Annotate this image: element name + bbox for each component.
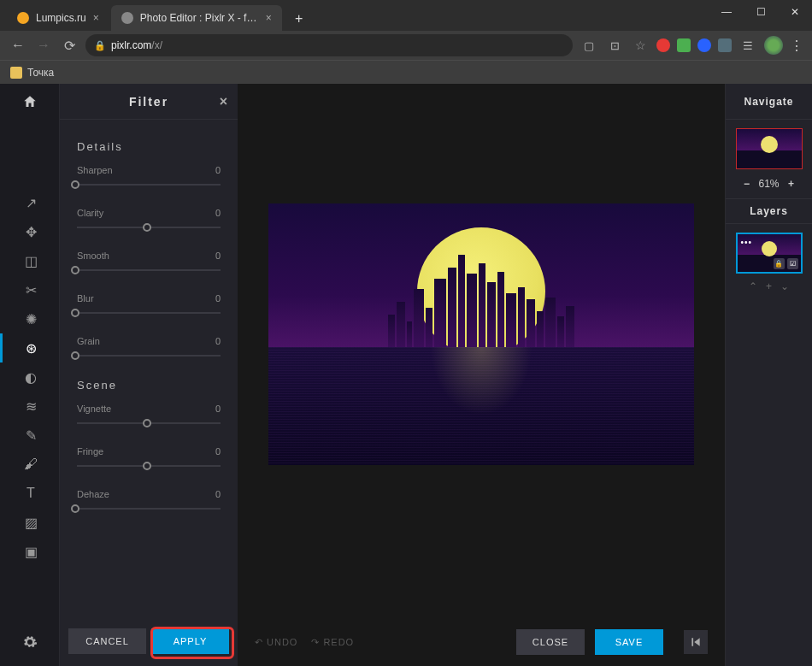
slider-track[interactable] [77,264,221,276]
section-title-scene: Scene [77,379,221,392]
layer-up-button[interactable]: ⌃ [749,280,757,292]
pixlr-app: ↗✥◫✂✺⊛◐≋✎🖌T▨▣ Filter × Details Sharpen0C… [0,84,812,666]
undo-icon: ↶ [255,637,263,648]
slider-label: Sharpen [77,165,113,175]
liquify-tool[interactable]: ◐ [0,362,59,392]
canvas-stage[interactable] [238,84,725,618]
slider-thumb[interactable] [143,223,151,232]
ext-icon[interactable] [677,38,691,52]
cancel-button[interactable]: CANCEL [68,628,146,654]
crop-tool[interactable]: ◫ [0,246,59,275]
slider-thumb[interactable] [71,351,79,360]
cut-tool[interactable]: ✂ [0,275,59,304]
slider-track[interactable] [77,307,221,319]
redo-button[interactable]: ↷REDO [311,637,354,648]
forward-button[interactable]: → [34,36,53,55]
visibility-icon[interactable]: ☑ [787,258,798,269]
slider-sharpen: Sharpen0 [77,165,221,191]
close-window-button[interactable]: ✕ [778,0,812,24]
translate-icon[interactable]: ⊡ [605,36,624,55]
panel-footer: CANCEL APPLY [60,620,238,666]
slider-track[interactable] [77,503,221,515]
slider-thumb[interactable] [71,504,79,513]
save-button[interactable]: SAVE [595,629,663,655]
slider-track[interactable] [77,221,221,233]
reload-button[interactable]: ⟳ [60,36,79,55]
back-button[interactable]: ← [9,36,27,55]
minimize-button[interactable]: — [709,0,744,24]
slider-blur: Blur0 [77,293,221,319]
layer-down-button[interactable]: ⌄ [780,280,789,292]
slider-dehaze: Dehaze0 [77,489,221,515]
adjust-tool[interactable]: ✺ [0,304,59,333]
ext-icon[interactable] [718,38,732,52]
brush-tool[interactable]: 🖌 [0,450,59,479]
bookmark-label: Точка [27,67,54,79]
close-icon[interactable]: × [266,12,272,24]
undo-button[interactable]: ↶UNDO [255,637,297,648]
zoom-in-button[interactable]: + [785,178,798,190]
retouch-tool[interactable]: ≋ [0,392,59,421]
settings-button[interactable] [0,618,59,666]
maximize-button[interactable]: ☐ [744,0,778,24]
bookmark-item[interactable]: Точка [10,67,54,79]
profile-avatar[interactable] [764,36,783,55]
slider-thumb[interactable] [143,462,151,470]
slider-track[interactable] [77,460,221,472]
move-tool[interactable]: ✥ [0,217,59,246]
slider-thumb[interactable] [71,266,79,274]
browser-menu-button[interactable]: ⋮ [790,38,803,54]
slider-value: 0 [215,293,221,304]
layer-thumbnail[interactable]: ••• 🔒 ☑ [736,233,803,274]
arrange-tool[interactable]: ↗ [0,188,59,217]
panel-body: Details Sharpen0Clarity0Smooth0Blur0Grai… [60,120,238,620]
right-panel: Navigate − 61% + Layers ••• 🔒 ☑ ⌃ + ⌄ [725,84,812,666]
layer-options-icon[interactable]: ••• [741,238,753,247]
slider-label: Blur [77,293,94,304]
zoom-out-button[interactable]: − [739,178,753,190]
apply-button[interactable]: APPLY [151,628,229,654]
tab-pixlr[interactable]: Photo Editor : Pixlr X - free image × [111,5,282,31]
ext-icon[interactable] [656,38,670,52]
new-tab-button[interactable]: + [287,7,311,31]
slider-track[interactable] [77,417,221,429]
tool-list: ↗✥◫✂✺⊛◐≋✎🖌T▨▣ [0,188,59,566]
reading-list-icon[interactable]: ☰ [738,36,757,55]
extension-icons: ▢ ⊡ ☆ ☰ ⋮ [580,36,803,55]
slider-thumb[interactable] [71,180,79,189]
favicon-lumpics [17,12,29,24]
close-button[interactable]: CLOSE [516,629,585,655]
slider-value: 0 [215,208,221,218]
url-bar[interactable]: 🔒 pixlr.com/x/ [85,34,573,56]
cast-icon[interactable]: ▢ [580,36,598,55]
slider-value: 0 [215,404,221,414]
close-icon[interactable]: × [220,94,229,109]
navigate-thumbnail[interactable] [736,128,803,169]
section-title-details: Details [77,140,221,153]
close-icon[interactable]: × [93,12,99,24]
canvas-area: ↶UNDO ↷REDO CLOSE SAVE [238,84,725,666]
slider-label: Grain [77,336,100,346]
step-forward-button[interactable] [684,630,708,654]
folder-icon [10,67,22,79]
ext-icon[interactable] [697,38,711,52]
filter-tool[interactable]: ⊛ [0,333,59,362]
draw-tool[interactable]: ✎ [0,421,59,450]
tab-lumpics[interactable]: Lumpics.ru × [7,5,109,31]
slider-label: Vignette [77,404,111,414]
layer-add-button[interactable]: + [766,280,772,292]
slider-track[interactable] [77,350,221,362]
slider-thumb[interactable] [71,309,79,317]
lock-icon[interactable]: 🔒 [774,258,785,269]
slider-track[interactable] [77,179,221,191]
star-icon[interactable]: ☆ [631,36,650,55]
home-button[interactable] [0,84,59,120]
element-tool[interactable]: ▨ [0,508,59,537]
slider-label: Fringe [77,446,103,457]
tab-title: Photo Editor : Pixlr X - free image [140,12,259,24]
slider-thumb[interactable] [143,419,151,427]
text-tool[interactable]: T [0,479,59,508]
slider-label: Clarity [77,208,103,218]
layer-operations: ⌃ + ⌄ [726,280,812,292]
image-tool[interactable]: ▣ [0,537,59,566]
